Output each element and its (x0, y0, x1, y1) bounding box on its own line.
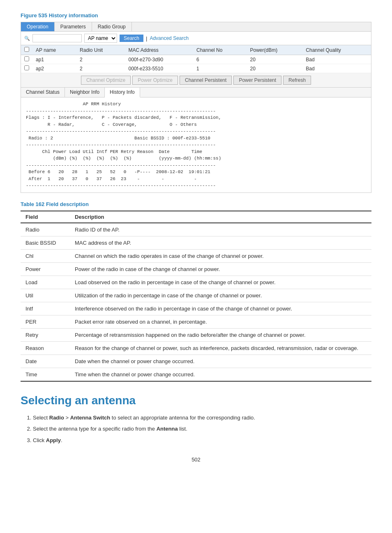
action-buttons: Channel Optimize Power Optimize Channel … (21, 73, 371, 88)
search-button[interactable]: Search (120, 35, 143, 42)
col-channel-quality: Channel Quality (302, 45, 371, 55)
field-table-row: Chl Channel on which the radio operates … (21, 249, 371, 262)
field-description: Percentage of retransmission happened on… (70, 328, 371, 341)
col-channel-no: Channel No (193, 45, 247, 55)
figure-title: Figure 535 History information (21, 12, 371, 19)
field-name: Basic BSSID (21, 236, 70, 249)
field-table-row: Intf Interference observed on the radio … (21, 302, 371, 315)
row-power: 20 (247, 64, 302, 73)
col-ap-name: AP name (32, 45, 76, 55)
row-mac: 000f-e233-5510 (125, 64, 193, 73)
field-table-row: Reason Reason for the change of channel … (21, 341, 371, 355)
antenna-heading: Selecting an antenna (21, 394, 371, 407)
field-name: Time (21, 368, 70, 381)
field-description: Date when the channel or power change oc… (70, 355, 371, 368)
channel-persistent-btn[interactable]: Channel Persistent (180, 76, 232, 85)
tab-operation[interactable]: Operation (21, 22, 55, 31)
field-table-row: Time Time when the channel or power chan… (21, 368, 371, 381)
field-name: PER (21, 315, 70, 328)
row-quality: Bad (302, 64, 371, 73)
field-name: Chl (21, 249, 70, 262)
field-description: Power of the radio in case of the change… (70, 262, 371, 276)
row-checkbox-1[interactable] (24, 65, 29, 70)
step-1: Select Radio > Antenna Switch to select … (33, 414, 371, 422)
field-name: Util (21, 289, 70, 302)
row-ap-name: ap1 (32, 55, 76, 64)
channel-optimize-btn[interactable]: Channel Optimize (81, 76, 131, 85)
field-table-row: Load Load observed on the radio in perce… (21, 276, 371, 289)
power-persistent-btn[interactable]: Power Persistent (233, 76, 281, 85)
refresh-btn[interactable]: Refresh (283, 76, 311, 85)
field-description: Channel on which the radio operates in c… (70, 249, 371, 262)
history-tabs: Channel Status Neighbor Info History Inf… (21, 88, 371, 97)
search-bar: 🔍 AP name Search | Advanced Search (21, 32, 371, 45)
field-name: Radio (21, 223, 70, 236)
col-description-header: Description (70, 211, 371, 223)
field-name: Retry (21, 328, 70, 341)
row-channel: 6 (193, 55, 247, 64)
tab-channel-status[interactable]: Channel Status (21, 88, 65, 97)
field-table-row: Retry Percentage of retransmission happe… (21, 328, 371, 341)
tab-radio-group[interactable]: Radio Group (92, 22, 132, 31)
row-quality: Bad (302, 55, 371, 64)
tab-neighbor-info[interactable]: Neighbor Info (65, 88, 105, 97)
ap-table-row: ap1 2 000f-e270-3d90 6 20 Bad (21, 55, 371, 64)
row-channel: 1 (193, 64, 247, 73)
col-radio-unit: Radio Unit (76, 45, 125, 55)
field-name: Load (21, 276, 70, 289)
row-radio-unit: 2 (76, 64, 125, 73)
row-mac: 000f-e270-3d90 (125, 55, 193, 64)
figure-535-section: Figure 535 History information Operation… (21, 12, 371, 193)
field-name: Power (21, 262, 70, 276)
terminal-content: AP RRM History -------------------------… (21, 97, 371, 192)
field-description: MAC address of the AP. (70, 236, 371, 249)
power-optimize-btn[interactable]: Power Optimize (132, 76, 178, 85)
page-number: 502 (21, 457, 371, 463)
field-table-row: Util Utilization of the radio in percent… (21, 289, 371, 302)
table-162-title: Table 162 Field description (21, 201, 371, 207)
select-all-checkbox[interactable] (24, 47, 29, 52)
col-field-header: Field (21, 211, 70, 223)
field-name: Reason (21, 341, 70, 355)
divider: | (146, 35, 147, 42)
row-power: 20 (247, 55, 302, 64)
field-table-row: PER Packet error rate observed on a chan… (21, 315, 371, 328)
field-table-row: Basic BSSID MAC address of the AP. (21, 236, 371, 249)
advanced-search-link[interactable]: Advanced Search (150, 35, 189, 41)
field-description: Reason for the change of channel or powe… (70, 341, 371, 355)
tab-bar: Operation Parameters Radio Group (21, 22, 371, 32)
field-table: Field Description Radio Radio ID of the … (21, 211, 371, 382)
step-2: Select the antenna type for a specific r… (33, 425, 371, 433)
field-description: Time when the channel or power change oc… (70, 368, 371, 381)
ap-table-row: ap2 2 000f-e233-5510 1 20 Bad (21, 64, 371, 73)
row-radio-unit: 2 (76, 55, 125, 64)
field-table-row: Date Date when the channel or power chan… (21, 355, 371, 368)
tab-parameters[interactable]: Parameters (55, 22, 92, 31)
col-power: Power(dBm) (247, 45, 302, 55)
row-checkbox-0[interactable] (24, 56, 29, 61)
field-description: Radio ID of the AP. (70, 223, 371, 236)
table-162-section: Table 162 Field description Field Descri… (21, 201, 371, 382)
field-description: Utilization of the radio in percentage i… (70, 289, 371, 302)
tab-history-info[interactable]: History Info (105, 88, 140, 97)
instructions: Select Radio > Antenna Switch to select … (29, 414, 371, 445)
col-mac-address: MAC Address (125, 45, 193, 55)
search-select[interactable]: AP name (84, 34, 117, 43)
ap-table: AP name Radio Unit MAC Address Channel N… (21, 45, 371, 73)
row-ap-name: ap2 (32, 64, 76, 73)
field-description: Packet error rate observed on a channel,… (70, 315, 371, 328)
field-table-row: Power Power of the radio in case of the … (21, 262, 371, 276)
field-name: Intf (21, 302, 70, 315)
ui-panel: Operation Parameters Radio Group 🔍 AP na… (21, 22, 371, 193)
search-icon: 🔍 (24, 36, 30, 41)
field-description: Interference observed on the radio in pe… (70, 302, 371, 315)
antenna-section: Selecting an antenna Select Radio > Ante… (21, 394, 371, 445)
step-3: Click Apply. (33, 436, 371, 445)
field-table-row: Radio Radio ID of the AP. (21, 223, 371, 236)
search-input[interactable] (32, 34, 82, 42)
field-description: Load observed on the radio in percentage… (70, 276, 371, 289)
field-name: Date (21, 355, 70, 368)
